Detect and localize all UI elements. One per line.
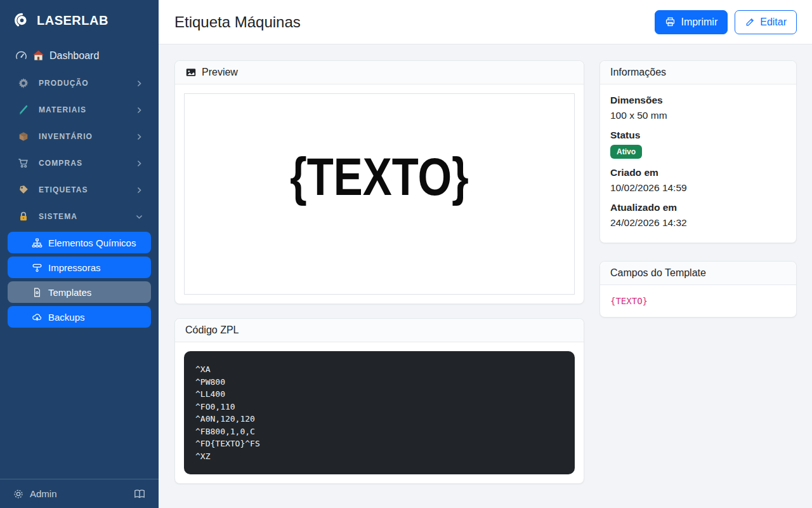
created-label: Criado em (610, 167, 786, 178)
sidebar-item-templates[interactable]: Templates (8, 281, 151, 303)
cart-icon (18, 157, 30, 170)
section-label: ETIQUETAS (39, 185, 88, 194)
template-field-token: {TEXTO} (610, 296, 648, 306)
zpl-card-body: ^XA ^PW800 ^LL400 ^FO0,110 ^A0N,120,120 … (175, 342, 584, 483)
admin-user-label: Admin (30, 488, 57, 499)
chevron-right-icon (135, 106, 143, 114)
sidebar-item-producao[interactable]: PRODUÇÃO (0, 70, 159, 97)
preview-card-header: Preview (175, 61, 584, 84)
subnav-label: Templates (48, 287, 91, 298)
topbar-actions: Imprimir Editar (655, 10, 797, 34)
page-title: Etiqueta Máquinas (174, 13, 301, 31)
print-button[interactable]: Imprimir (655, 10, 728, 34)
template-fields-card: Campos do Template {TEXTO} (599, 261, 797, 318)
brand: LASERLAB (0, 0, 159, 37)
info-card-header: Informações (600, 61, 796, 84)
edit-pencil-icon (745, 17, 755, 27)
chevron-right-icon (135, 159, 143, 168)
updated-value: 24/02/2026 14:32 (610, 217, 786, 229)
chevron-right-icon (135, 186, 143, 194)
cloud-upload-icon (32, 312, 43, 323)
zpl-card: Código ZPL ^XA ^PW800 ^LL400 ^FO0,110 ^A… (174, 318, 584, 484)
laserlab-logo-icon (11, 11, 30, 30)
sidebar-footer: Admin (0, 479, 159, 508)
sistema-subnav: Elementos Químicos Impressoras (0, 230, 159, 331)
file-icon (32, 287, 43, 298)
sidebar-item-sistema[interactable]: SISTEMA (0, 203, 159, 230)
sidebar-nav: Dashboard PRODUÇÃO (0, 37, 159, 479)
image-icon (185, 67, 197, 78)
book-icon[interactable] (133, 488, 146, 500)
main-area: Etiqueta Máquinas Imprimir (159, 0, 812, 508)
created-value: 10/02/2026 14:59 (610, 182, 786, 194)
sidebar-item-backups[interactable]: Backups (8, 306, 151, 328)
status-badge: Ativo (610, 145, 642, 159)
sidebar-item-elementos-quimicos[interactable]: Elementos Químicos (8, 232, 151, 253)
zpl-code-block: ^XA ^PW800 ^LL400 ^FO0,110 ^A0N,120,120 … (184, 351, 575, 474)
updated-field: Atualizado em 24/02/2026 14:32 (610, 202, 786, 229)
status-field: Status Ativo (610, 130, 786, 159)
subnav-label: Elementos Químicos (48, 237, 136, 248)
sidebar-item-inventario[interactable]: INVENTÁRIO (0, 123, 159, 150)
sidebar-item-etiquetas[interactable]: ETIQUETAS (0, 177, 159, 203)
dimensions-value: 100 x 50 mm (610, 110, 786, 121)
topbar: Etiqueta Máquinas Imprimir (159, 0, 812, 44)
sidebar-item-materiais[interactable]: MATERIAIS (0, 97, 159, 123)
section-label: MATERIAIS (39, 105, 86, 114)
updated-label: Atualizado em (610, 202, 786, 213)
dimensions-label: Dimensões (610, 95, 786, 106)
app: LASERLAB Dashbo (0, 0, 812, 508)
sidebar-item-dashboard[interactable]: Dashboard (0, 41, 159, 70)
print-button-label: Imprimir (681, 17, 717, 28)
tag-icon (18, 184, 30, 196)
preview-card: Preview {TEXTO} (174, 60, 584, 304)
printer-stand-icon (32, 262, 43, 273)
speedometer-icon (15, 50, 27, 62)
settings-gear-icon (13, 488, 24, 500)
section-label: SISTEMA (39, 212, 77, 221)
right-column: Informações Dimensões 100 x 50 mm Status… (599, 60, 797, 493)
sidebar-item-impressoras[interactable]: Impressoras (8, 257, 151, 278)
section-label: INVENTÁRIO (39, 132, 93, 141)
dashboard-label: Dashboard (49, 50, 99, 62)
template-fields-card-title: Campos do Template (610, 267, 706, 279)
section-label: PRODUÇÃO (39, 79, 89, 88)
status-label: Status (610, 130, 786, 141)
template-fields-card-body: {TEXTO} (600, 285, 796, 317)
label-preview-text: {TEXTO} (290, 146, 469, 208)
diagram-icon (32, 237, 43, 248)
template-fields-card-header: Campos do Template (600, 262, 796, 285)
subnav-label: Impressoras (48, 262, 101, 273)
zpl-card-header: Código ZPL (175, 319, 584, 342)
section-label: COMPRAS (39, 159, 82, 168)
sidebar-item-compras[interactable]: COMPRAS (0, 150, 159, 177)
gear-icon (18, 77, 30, 90)
pencil-icon (18, 104, 30, 116)
left-column: Preview {TEXTO} Código ZPL ^XA ^PW800 ^L… (174, 60, 584, 493)
chevron-down-icon (135, 213, 143, 221)
subnav-label: Backups (48, 312, 85, 323)
house-icon (32, 50, 44, 62)
printer-icon (665, 17, 676, 27)
package-icon (18, 130, 30, 143)
edit-button-label: Editar (760, 17, 787, 28)
lock-icon (18, 210, 30, 223)
label-preview-canvas: {TEXTO} (184, 93, 575, 295)
dimensions-field: Dimensões 100 x 50 mm (610, 95, 786, 121)
zpl-card-title: Código ZPL (185, 324, 239, 336)
info-card-body: Dimensões 100 x 50 mm Status Ativo Criad… (600, 84, 796, 243)
content: Preview {TEXTO} Código ZPL ^XA ^PW800 ^L… (159, 44, 812, 508)
info-card: Informações Dimensões 100 x 50 mm Status… (599, 60, 797, 243)
brand-name: LASERLAB (37, 13, 108, 28)
chevron-right-icon (135, 133, 143, 141)
sidebar: LASERLAB Dashbo (0, 0, 159, 508)
created-field: Criado em 10/02/2026 14:59 (610, 167, 786, 194)
edit-button[interactable]: Editar (735, 10, 797, 34)
preview-card-body: {TEXTO} (175, 84, 584, 304)
preview-card-title: Preview (202, 67, 238, 78)
info-card-title: Informações (610, 67, 666, 78)
chevron-right-icon (135, 79, 143, 88)
